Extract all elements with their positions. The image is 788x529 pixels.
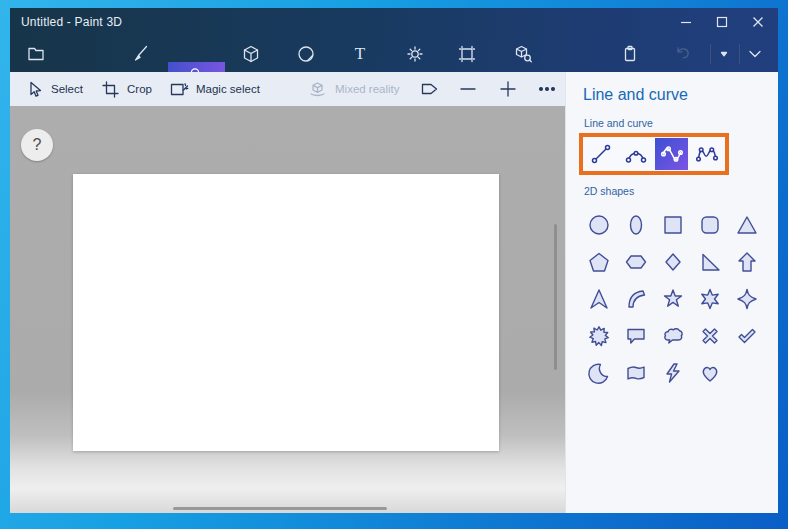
stickers-icon (294, 42, 318, 66)
shape-ellipse[interactable] (617, 206, 654, 243)
shape-right-triangle[interactable] (691, 243, 728, 280)
history-dropdown-button[interactable] (709, 37, 739, 71)
3d-shapes-button[interactable] (236, 37, 266, 71)
shape-star-5[interactable] (654, 280, 691, 317)
panel-title: Line and curve (583, 86, 688, 104)
shape-burst[interactable] (580, 317, 617, 354)
shape-block-arrow[interactable] (728, 243, 765, 280)
more-icon (536, 78, 558, 100)
tool-line[interactable] (584, 138, 617, 170)
shape-speech-bubble[interactable] (617, 317, 654, 354)
title-bar: Untitled - Paint 3D (10, 8, 778, 36)
mixed-reality-label: Mixed reality (335, 83, 400, 95)
shape-checkmark[interactable] (728, 317, 765, 354)
undo-button[interactable] (668, 37, 698, 71)
double-curve-tool-icon (695, 142, 719, 166)
shape-circle[interactable] (580, 206, 617, 243)
brush-tool-button[interactable] (125, 37, 155, 71)
canvas-icon (455, 42, 479, 66)
magic-select-button[interactable]: Magic select (168, 72, 260, 106)
canvas-button[interactable] (452, 37, 482, 71)
stickers-button[interactable] (291, 37, 321, 71)
minimize-button[interactable] (668, 8, 704, 36)
help-label: ? (33, 136, 42, 154)
close-button[interactable] (740, 8, 776, 36)
tool-s-curve[interactable] (655, 138, 688, 170)
effects-icon (403, 42, 427, 66)
cursor-icon (24, 79, 44, 99)
shape-chevron-arrow[interactable] (580, 280, 617, 317)
history-dropdown-icon (712, 42, 736, 66)
brush-icon (128, 42, 152, 66)
line-curve-section-label: Line and curve (584, 117, 653, 129)
horizontal-scrollbar[interactable] (173, 507, 387, 510)
top-bar: Untitled - Paint 3D (10, 8, 778, 72)
s-curve-tool-icon (660, 142, 684, 166)
shape-outline-icon (417, 78, 441, 100)
shape-star-6[interactable] (691, 280, 728, 317)
crop-label: Crop (127, 83, 152, 95)
3d-library-icon (511, 42, 535, 66)
magic-select-icon (168, 79, 189, 99)
maximize-icon (716, 16, 728, 28)
select-label: Select (51, 83, 83, 95)
help-button[interactable]: ? (21, 129, 53, 161)
line-tool-icon (589, 142, 613, 166)
shape-heart[interactable] (691, 354, 728, 391)
effects-button[interactable] (400, 37, 430, 71)
text-button[interactable]: T (345, 37, 375, 71)
shape-triangle[interactable] (728, 206, 765, 243)
drawing-canvas[interactable] (73, 174, 499, 451)
shape-diamond[interactable] (654, 243, 691, 280)
paint3d-window: Untitled - Paint 3D (10, 8, 778, 513)
shape-hexagon[interactable] (617, 243, 654, 280)
window-controls (668, 8, 776, 36)
zoom-in-icon (497, 78, 519, 100)
text-icon: T (355, 44, 365, 64)
collapse-icon (743, 42, 767, 66)
line-curve-panel: Line and curve Line and curve (565, 72, 778, 513)
shape-square[interactable] (654, 206, 691, 243)
shape-rounded-square[interactable] (691, 206, 728, 243)
3d-shapes-icon (239, 42, 263, 66)
close-icon (752, 16, 764, 28)
collapse-menu-button[interactable] (740, 37, 770, 71)
shape-cross[interactable] (691, 317, 728, 354)
select-button[interactable]: Select (24, 72, 83, 106)
workspace: ? (10, 106, 565, 513)
crop-icon (100, 79, 120, 99)
shape-crescent[interactable] (580, 354, 617, 391)
shape-curve-wedge[interactable] (617, 280, 654, 317)
menu-icon (24, 42, 48, 66)
crop-button[interactable]: Crop (100, 72, 152, 106)
shape-banner[interactable] (617, 354, 654, 391)
main-toolbar: 2D shapes T (10, 36, 778, 72)
undo-icon (671, 42, 695, 66)
zoom-out-icon (457, 78, 479, 100)
shape-star-4[interactable] (728, 280, 765, 317)
maximize-button[interactable] (704, 8, 740, 36)
line-curve-tools-highlight (579, 133, 729, 175)
shape-thought-bubble[interactable] (654, 317, 691, 354)
tool-double-curve[interactable] (691, 138, 724, 170)
paste-button[interactable] (615, 37, 645, 71)
vertical-scrollbar[interactable] (554, 224, 557, 370)
mixed-reality-button[interactable]: Mixed reality (307, 72, 400, 106)
sub-toolbar: Select Crop Magic select Mixed reality (10, 72, 565, 106)
paste-icon (618, 42, 642, 66)
2d-shapes-section-label: 2D shapes (584, 185, 634, 197)
curve-tool-icon (624, 142, 648, 166)
shape-pentagon[interactable] (580, 243, 617, 280)
mixed-reality-icon (307, 79, 328, 99)
window-title: Untitled - Paint 3D (10, 15, 122, 29)
desktop-background: Untitled - Paint 3D (0, 0, 788, 529)
shape-lightning[interactable] (654, 354, 691, 391)
tool-curve[interactable] (620, 138, 653, 170)
zoom-in-button[interactable] (497, 72, 519, 106)
zoom-out-button[interactable] (457, 72, 479, 106)
shapes-grid (580, 206, 765, 391)
shape-style-button[interactable] (417, 72, 441, 106)
menu-button[interactable] (21, 37, 51, 71)
more-options-button[interactable] (536, 72, 558, 106)
3d-library-button[interactable] (508, 37, 538, 71)
